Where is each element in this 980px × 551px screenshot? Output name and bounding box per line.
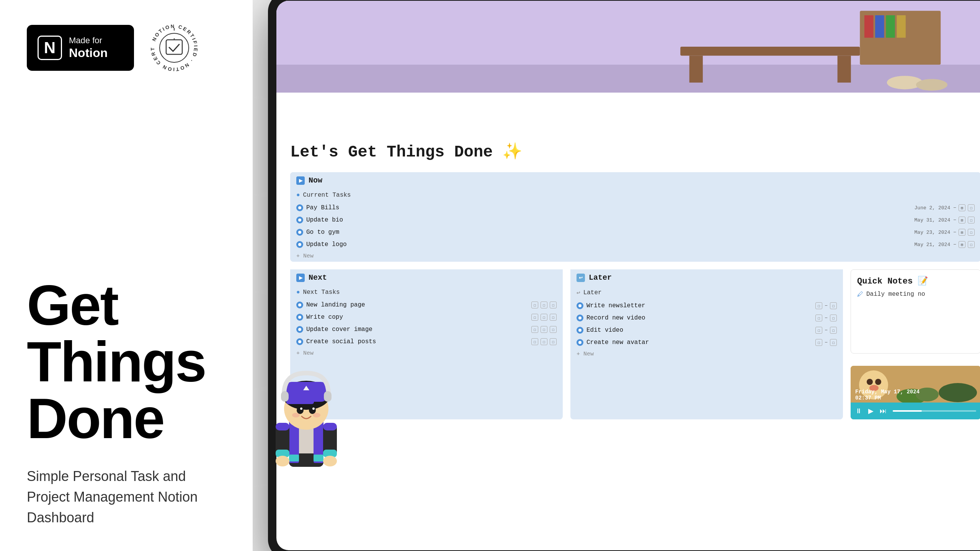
svg-rect-2 [166, 40, 182, 54]
svg-rect-13 [886, 15, 895, 38]
svg-rect-8 [689, 55, 703, 82]
badge-notion-label: Notion [69, 46, 108, 60]
svg-rect-11 [864, 15, 873, 38]
task-bullet-icon [296, 229, 303, 236]
add-new-now[interactable]: + New [290, 251, 980, 262]
video-date: Friday, May 17, 2024 02:37 PM [855, 389, 920, 401]
right-panel: Let's Get Things Done ✨ ▶ Now ● Current … [253, 0, 980, 551]
quick-note-item: 🖊 Daily meeting no [857, 291, 974, 298]
svg-rect-37 [324, 391, 332, 402]
svg-rect-34 [286, 397, 314, 404]
hero-title: Get Things Done [27, 277, 226, 447]
table-row: New landing page ☐ ☐ ☐ [290, 299, 563, 311]
svg-point-20 [875, 379, 881, 385]
svg-rect-14 [897, 15, 905, 38]
quick-notes-title: Quick Notes 📝 [857, 276, 974, 286]
later-label: ↩ Later [570, 286, 843, 300]
task-bullet-icon [577, 339, 583, 346]
svg-point-42 [292, 413, 300, 417]
svg-rect-28 [289, 455, 299, 461]
table-row: Pay Bills June 2, 2024 − ⊞ ☐ [290, 202, 980, 214]
svg-rect-36 [281, 391, 289, 402]
table-row: Go to gym May 23, 2024 − ⊞ ☐ [290, 226, 980, 238]
svg-point-40 [300, 408, 302, 410]
notion-certified-badge: NOTION CERTIFIED · NOTION CERTIFIED · [149, 23, 199, 73]
task-bullet-icon [296, 302, 303, 308]
svg-rect-45 [276, 423, 289, 430]
table-row: Write copy ☐ ☐ ☐ [290, 311, 563, 323]
svg-point-43 [313, 413, 320, 417]
page-title: Let's Get Things Done ✨ [290, 142, 980, 161]
table-row: Edit video ☐ − ☐ [570, 324, 843, 336]
badge-made-label: Made for [69, 36, 108, 46]
add-new-later[interactable]: + New [570, 349, 843, 360]
task-bullet-icon [296, 326, 303, 333]
certified-check-icon [165, 38, 184, 57]
svg-rect-5 [276, 65, 980, 93]
bottom-row: ▶ Next ● Next Tasks New landing page ☐ [290, 269, 980, 419]
video-controls: ⏸ ▶ ⏭ [851, 403, 980, 419]
pause-button[interactable]: ⏸ [855, 407, 862, 415]
next-title: Next [309, 273, 327, 282]
video-progress-fill [893, 410, 922, 412]
current-tasks-label: ● Current Tasks [290, 189, 980, 202]
section-next-header: ▶ Next [290, 269, 563, 286]
later-title: Later [589, 273, 612, 282]
notion-badge-text: Made for Notion [69, 36, 108, 60]
svg-rect-29 [314, 455, 323, 461]
tablet-mockup: Let's Get Things Done ✨ ▶ Now ● Current … [268, 0, 980, 551]
task-bullet-icon [296, 241, 303, 248]
banner-bg [276, 1, 980, 93]
svg-point-51 [323, 456, 337, 466]
now-icon: ▶ [296, 176, 305, 185]
table-row: Update cover image ☐ ☐ ☐ [290, 323, 563, 336]
now-title: Now [309, 176, 322, 185]
svg-point-16 [916, 79, 947, 90]
task-bullet-icon [296, 204, 303, 211]
table-row: Create new avatar ☐ − ☐ [570, 336, 843, 349]
svg-rect-12 [875, 15, 884, 38]
next-tasks-label: ● Next Tasks [290, 286, 563, 299]
svg-point-41 [312, 408, 315, 410]
quick-notes-panel: Quick Notes 📝 🖊 Daily meeting no [851, 269, 980, 354]
section-later-header: ↩ Later [570, 269, 843, 286]
svg-point-39 [309, 406, 316, 414]
play-button[interactable]: ▶ [868, 407, 874, 415]
svg-rect-49 [323, 423, 337, 430]
task-bullet-icon [577, 302, 583, 309]
character-overlay [253, 341, 360, 486]
task-bullet-icon [577, 315, 583, 321]
task-bullet-icon [577, 327, 583, 334]
certified-inner [159, 33, 189, 63]
svg-point-47 [276, 456, 289, 466]
notion-badge: N Made for Notion [27, 25, 134, 71]
section-now: ▶ Now ● Current Tasks Pay Bills June 2, … [290, 172, 980, 262]
badges-row: N Made for Notion NOTION CERTIFIED · NOT… [27, 23, 226, 73]
left-panel: N Made for Notion NOTION CERTIFIED · NOT… [0, 0, 253, 551]
video-widget: Friday, May 17, 2024 02:37 PM ⏸ ▶ ⏭ [851, 366, 980, 419]
character-svg [253, 341, 360, 486]
forward-button[interactable]: ⏭ [880, 407, 887, 415]
svg-rect-7 [680, 47, 860, 55]
task-bullet-icon [296, 217, 303, 223]
svg-rect-9 [838, 55, 851, 82]
notion-banner [276, 1, 980, 93]
table-row: Update bio May 31, 2024 − ⊞ ☐ [290, 214, 980, 226]
table-row: Update logo May 21, 2024 − ⊞ ☐ [290, 238, 980, 251]
next-icon: ▶ [296, 274, 305, 282]
section-now-header: ▶ Now [290, 172, 980, 189]
hero-subtitle: Simple Personal Task and Project Managem… [27, 466, 226, 528]
table-row: Record new video ☐ − ☐ [570, 312, 843, 324]
table-row: Write newsletter ☐ − ☐ [570, 300, 843, 312]
tablet-screen: Let's Get Things Done ✨ ▶ Now ● Current … [276, 1, 980, 550]
later-icon: ↩ [577, 274, 585, 282]
svg-point-38 [297, 406, 304, 414]
svg-point-24 [939, 383, 977, 402]
notion-logo-icon: N [38, 36, 62, 60]
notion-content: Let's Get Things Done ✨ ▶ Now ● Current … [276, 96, 980, 430]
task-bullet-icon [296, 314, 303, 321]
svg-point-19 [867, 379, 873, 385]
right-widgets: Quick Notes 📝 🖊 Daily meeting no [851, 269, 980, 419]
section-later: ↩ Later ↩ Later Write newsletter ☐ [570, 269, 843, 419]
banner-svg [276, 1, 980, 93]
